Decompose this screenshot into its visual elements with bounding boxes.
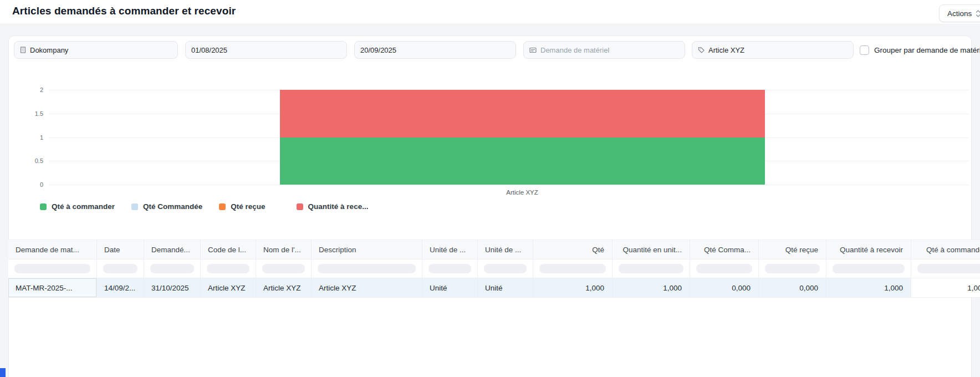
table-cell[interactable]: Unité (478, 278, 533, 297)
legend-item: Quantité à rece... (297, 202, 369, 211)
column-filter-cell (478, 259, 533, 278)
from-date-filter[interactable]: 01/08/2025 (185, 41, 347, 59)
column-header[interactable]: Qté reçue (759, 240, 826, 259)
building-icon (20, 47, 26, 53)
column-filter-cell (256, 259, 312, 278)
column-header[interactable]: Code de l... (201, 240, 256, 259)
data-table: Demande de mat...DateDemandé...Code de l… (8, 240, 980, 298)
column-header[interactable]: Quantité à recevoir (826, 240, 911, 259)
table-cell[interactable]: 1,000 (533, 278, 612, 297)
chart-y-tick-label: 2 (17, 86, 43, 93)
legend-item: Qté reçue (219, 202, 265, 211)
report-page: Articles demandés à commander et recevoi… (0, 0, 980, 377)
column-header[interactable]: Date (97, 240, 144, 259)
material-request-filter[interactable]: Demande de matériel (523, 41, 685, 59)
legend-label: Quantité à rece... (308, 202, 369, 211)
column-filter-cell (8, 259, 97, 278)
tag-icon (698, 47, 705, 53)
legend-label: Qté reçue (231, 202, 265, 211)
column-filter-input[interactable] (917, 264, 980, 273)
column-filter-cell (422, 259, 478, 278)
column-header[interactable]: Qté Comma... (690, 240, 759, 259)
column-filter-input[interactable] (619, 264, 683, 273)
actions-button-label: Actions (947, 9, 972, 18)
table-cell[interactable]: 1,000 (612, 278, 690, 297)
document-icon (529, 47, 537, 53)
column-filter-input[interactable] (318, 264, 416, 273)
column-header[interactable]: Unité de ... (422, 240, 478, 259)
column-filter-cell (144, 259, 201, 278)
table-cell[interactable]: 14/09/2... (97, 278, 144, 297)
table-cell[interactable]: 0,000 (690, 278, 759, 297)
table-cell[interactable]: Unité (422, 278, 478, 297)
table-cell[interactable]: Article XYZ (256, 278, 312, 297)
table-cell[interactable]: Article XYZ (201, 278, 256, 297)
legend-item: Qté Commandée (131, 202, 202, 211)
filter-value: 20/09/2025 (360, 46, 396, 54)
chart-x-category-label: Article XYZ (506, 189, 538, 196)
legend-label: Qté à commander (52, 202, 115, 211)
column-filter-input[interactable] (207, 264, 249, 273)
group-by-checkbox-label: Grouper par demande de matériel (874, 46, 980, 54)
table-cell[interactable]: MAT-MR-2025-... (8, 278, 97, 297)
group-by-checkbox[interactable] (860, 45, 869, 55)
table-cell[interactable]: 0,000 (759, 278, 826, 297)
bar-segment-quantit-recevoir[interactable] (280, 90, 765, 137)
column-filter-cell (759, 259, 826, 278)
column-filter-input[interactable] (765, 264, 820, 273)
column-filter-cell (312, 259, 422, 278)
column-filter-input[interactable] (262, 264, 305, 273)
company-filter[interactable]: Dokompany (14, 41, 178, 59)
column-header[interactable]: Description (312, 240, 422, 259)
column-header[interactable]: Demandé... (144, 240, 201, 259)
bar-segment-qt-commander[interactable] (280, 137, 765, 185)
filter-placeholder: Demande de matériel (540, 46, 609, 54)
column-header[interactable]: Quantité en unit... (612, 240, 690, 259)
column-filter-input[interactable] (103, 264, 137, 273)
table-cell[interactable]: 1,000 (826, 278, 911, 297)
table-filter-row (8, 259, 980, 278)
column-header[interactable]: Nom de l'... (256, 240, 312, 259)
legend-swatch (297, 203, 303, 210)
table-header-row: Demande de mat...DateDemandé...Code de l… (8, 240, 980, 259)
column-filter-input[interactable] (14, 264, 90, 273)
column-filter-input[interactable] (484, 264, 527, 273)
column-filter-cell (533, 259, 612, 278)
table-cell[interactable]: 1,000 (911, 278, 980, 297)
chart-y-tick-label: 1 (17, 134, 43, 141)
legend-label: Qté Commandée (143, 202, 202, 211)
column-filter-cell (612, 259, 690, 278)
column-filter-input[interactable] (150, 264, 194, 273)
column-filter-cell (826, 259, 911, 278)
legend-item: Qté à commander (40, 202, 115, 211)
chart-y-tick-label: 1.5 (17, 110, 43, 117)
column-filter-input[interactable] (696, 264, 752, 273)
filter-value: Dokompany (30, 46, 68, 54)
column-filter-input[interactable] (428, 264, 471, 273)
column-header[interactable]: Qté à commander (911, 240, 980, 259)
column-filter-cell (690, 259, 759, 278)
table-cell[interactable]: 31/10/2025 (144, 278, 201, 297)
filter-value: 01/08/2025 (191, 46, 227, 54)
actions-button[interactable]: Actions (939, 4, 980, 22)
legend-swatch (219, 203, 226, 210)
column-filter-cell (911, 259, 980, 278)
chart-y-tick-label: 0 (17, 181, 43, 188)
page-title: Articles demandés à commander et recevoi… (12, 5, 236, 17)
column-header[interactable]: Qté (533, 240, 612, 259)
table-cell[interactable]: Article XYZ (312, 278, 422, 297)
chart-y-tick-label: 0.5 (17, 157, 43, 164)
chart-legend: Qté à commanderQté CommandéeQté reçueQua… (40, 202, 368, 211)
column-header[interactable]: Unité de ... (478, 240, 533, 259)
to-date-filter[interactable]: 20/09/2025 (354, 41, 516, 59)
item-filter[interactable]: Article XYZ (692, 41, 854, 59)
table-row: MAT-MR-2025-...14/09/2...31/10/2025Artic… (8, 278, 980, 298)
chart-gridline (49, 185, 969, 185)
column-filter-input[interactable] (833, 264, 905, 273)
legend-swatch (40, 203, 47, 210)
column-filter-cell (201, 259, 256, 278)
column-header[interactable]: Demande de mat... (8, 240, 97, 259)
column-filter-cell (97, 259, 144, 278)
bottom-left-indicator (0, 368, 6, 377)
column-filter-input[interactable] (539, 264, 606, 273)
